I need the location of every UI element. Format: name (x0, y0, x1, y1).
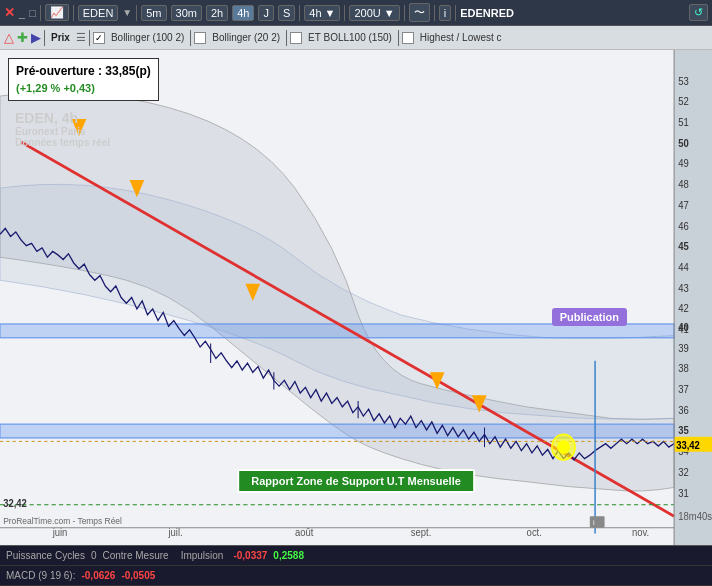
panel-cycles: Puissance Cycles 0 Contre Mesure Impulsi… (0, 546, 712, 566)
sep4 (299, 5, 300, 21)
svg-text:36: 36 (678, 404, 689, 415)
macd-label: MACD (9 19 6): (6, 570, 75, 581)
svg-text:42: 42 (678, 303, 689, 314)
sep8 (455, 5, 456, 21)
top-toolbar: ✕ _ □ 📈 EDEN ▼ 5m 30m 2h 4h J S 4h ▼ 200… (0, 0, 712, 26)
svg-text:32,42: 32,42 (3, 498, 27, 509)
macd-val1: -0,0626 (81, 570, 115, 581)
tf-J[interactable]: J (258, 5, 274, 21)
svg-text:49: 49 (678, 158, 689, 169)
cycles-neg1: -0,0337 (233, 550, 267, 561)
tf-S[interactable]: S (278, 5, 295, 21)
second-toolbar: △ ✚ ▶ Prix ☰ ✓ Bollinger (100 2) Bolling… (0, 26, 712, 50)
sep6 (404, 5, 405, 21)
svg-text:39: 39 (678, 342, 689, 353)
sep9 (44, 30, 45, 46)
sep11 (190, 30, 191, 46)
svg-text:32: 32 (678, 467, 689, 478)
svg-text:53: 53 (678, 75, 689, 86)
sep12 (286, 30, 287, 46)
boll20-label[interactable]: Bollinger (20 2) (209, 32, 283, 43)
sep5 (344, 5, 345, 21)
svg-text:37: 37 (678, 384, 689, 395)
sep10 (89, 30, 90, 46)
tf-30m[interactable]: 30m (171, 5, 202, 21)
app-container: ✕ _ □ 📈 EDEN ▼ 5m 30m 2h 4h J S 4h ▼ 200… (0, 0, 712, 586)
svg-text:35: 35 (678, 425, 689, 436)
cycles-label2: Contre Mesure (102, 550, 168, 561)
cycles-val1: 0 (91, 550, 97, 561)
macd-val2: -0,0505 (121, 570, 155, 581)
play-icon[interactable]: ▶ (31, 30, 41, 45)
company-label: EDENRED (460, 7, 514, 19)
sep7 (434, 5, 435, 21)
svg-text:31: 31 (678, 487, 689, 498)
chart-wave-icon[interactable]: 〜 (409, 3, 430, 22)
sep2 (73, 5, 74, 21)
svg-text:45: 45 (678, 241, 689, 252)
pre-open-price: Pré-ouverture : 33,85(p) (16, 62, 151, 80)
chart-line-icon[interactable]: 📈 (45, 4, 69, 21)
svg-rect-3 (0, 424, 674, 438)
svg-text:38: 38 (678, 363, 689, 374)
svg-text:48: 48 (678, 179, 689, 190)
dropdown-arrow[interactable]: ▼ (122, 7, 132, 18)
support-zone-label[interactable]: Rapport Zone de Support U.T Mensuelle (237, 469, 475, 493)
boll100-label[interactable]: Bollinger (100 2) (108, 32, 187, 43)
svg-text:40: 40 (678, 321, 689, 332)
plus-icon[interactable]: ✚ (17, 30, 28, 45)
prix-label: Prix (48, 32, 73, 43)
svg-text:i: i (593, 518, 595, 527)
panel-macd: MACD (9 19 6): -0,0626 -0,0505 (0, 566, 712, 586)
maximize-icon[interactable]: □ (29, 7, 36, 19)
close-icon[interactable]: ✕ (4, 5, 15, 20)
pre-open-value: 33,85(p) (105, 64, 150, 78)
pre-open-box: Pré-ouverture : 33,85(p) (+1,29 % +0,43) (8, 58, 159, 101)
hl-label[interactable]: Highest / Lowest c (417, 32, 505, 43)
chart-area: 53 52 51 50 49 48 47 46 45 44 43 42 41 4… (0, 50, 712, 545)
refresh-btn[interactable]: ↺ (689, 4, 708, 21)
pre-open-label: Pré-ouverture : (16, 64, 105, 78)
hl-check[interactable] (402, 32, 414, 44)
zoom-btn[interactable]: 200U ▼ (349, 5, 399, 21)
tf-4h-active[interactable]: 4h (232, 5, 254, 21)
svg-text:46: 46 (678, 220, 689, 231)
tf-4h-2[interactable]: 4h ▼ (304, 5, 340, 21)
svg-text:43: 43 (678, 282, 689, 293)
minimize-icon[interactable]: _ (19, 7, 25, 19)
alert-icon[interactable]: △ (4, 30, 14, 45)
cycles-pos1: 0,2588 (273, 550, 304, 561)
svg-point-48 (557, 440, 570, 454)
sep3 (136, 5, 137, 21)
svg-rect-2 (0, 324, 674, 338)
boll20-check[interactable] (194, 32, 206, 44)
svg-text:51: 51 (678, 117, 689, 128)
list-icon[interactable]: ☰ (76, 31, 86, 44)
tf-5m[interactable]: 5m (141, 5, 166, 21)
svg-text:52: 52 (678, 96, 689, 107)
cycles-label: Puissance Cycles (6, 550, 85, 561)
publication-badge[interactable]: Publication (552, 308, 627, 326)
sep13 (398, 30, 399, 46)
pre-open-change: (+1,29 % +0,43) (16, 80, 151, 97)
etboll-label[interactable]: ET BOLL100 (150) (305, 32, 395, 43)
svg-text:47: 47 (678, 199, 689, 210)
cycles-label3: Impulsion (181, 550, 224, 561)
tf-2h[interactable]: 2h (206, 5, 228, 21)
sep1 (40, 5, 41, 21)
svg-text:44: 44 (678, 262, 689, 273)
info-icon[interactable]: i (439, 5, 451, 21)
svg-text:ProRealTime.com - Temps Réel: ProRealTime.com - Temps Réel (3, 516, 122, 526)
svg-text:33,42: 33,42 (676, 440, 700, 451)
boll100-check[interactable]: ✓ (93, 32, 105, 44)
bottom-panels: Puissance Cycles 0 Contre Mesure Impulsi… (0, 545, 712, 586)
svg-text:50: 50 (678, 137, 689, 148)
symbol-btn[interactable]: EDEN (78, 5, 119, 21)
svg-text:18m40s: 18m40s (678, 510, 712, 521)
etboll-check[interactable] (290, 32, 302, 44)
